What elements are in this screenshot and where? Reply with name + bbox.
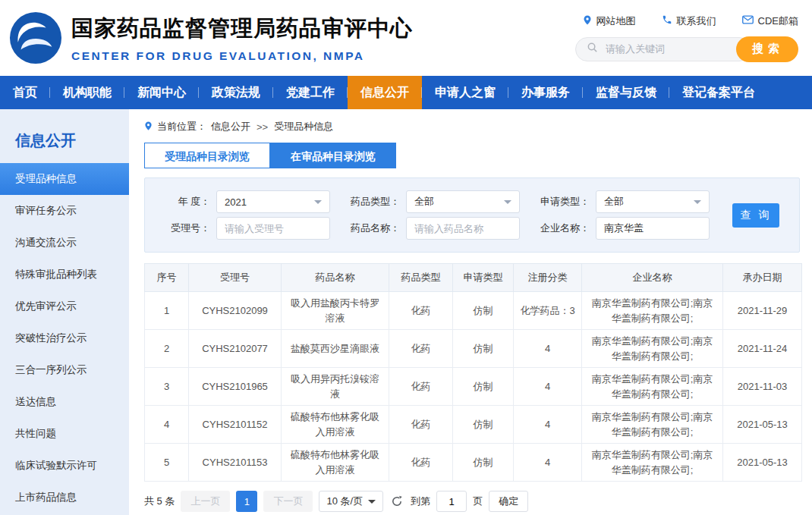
chevron-down-icon <box>694 200 701 208</box>
sidebar-item-three-in-one-sequence[interactable]: 三合一序列公示 <box>0 354 129 386</box>
search-button[interactable]: 搜索 <box>736 36 798 62</box>
cell-register-class: 4 <box>514 444 582 482</box>
header: 国家药品监督管理局药品审评中心 CENTER FOR DRUG EVALUATI… <box>0 0 812 76</box>
nav-item-news[interactable]: 新闻中心 <box>124 76 199 109</box>
sidebar-title: 信息公开 <box>0 123 129 163</box>
cell-accept-no: CYHS2101153 <box>189 444 282 482</box>
cell-drug-name: 盐酸莫西沙星滴眼液 <box>282 330 389 368</box>
company-name-input[interactable] <box>596 217 710 240</box>
goto-page-input[interactable] <box>436 491 467 512</box>
year-filter-group: 年 度： 2021 <box>156 190 330 213</box>
cell-register-class: 4 <box>514 330 582 368</box>
contact-us-link[interactable]: 联系我们 <box>662 14 716 28</box>
sidebar-item-priority-review[interactable]: 优先审评公示 <box>0 290 129 322</box>
goto-label: 到第 <box>411 495 430 508</box>
breadcrumb-section-link[interactable]: 信息公开 <box>211 120 250 133</box>
next-page-button[interactable]: 下一页 <box>263 491 313 512</box>
cell-date: 2021-11-24 <box>723 330 802 368</box>
cell-apply-type: 仿制 <box>453 406 514 444</box>
search-input[interactable] <box>604 42 740 55</box>
cell-company: 南京华盖制药有限公司;南京华盖制药有限公司; <box>582 292 723 330</box>
table-row: 2 CYHS2102077 盐酸莫西沙星滴眼液 化药 仿制 4 南京华盖制药有限… <box>145 330 802 368</box>
sidebar-item-delivery-info[interactable]: 送达信息 <box>0 386 129 418</box>
breadcrumb-separator: >> <box>257 121 268 133</box>
col-apply-type: 申请类型 <box>453 264 514 292</box>
col-accept-no: 受理号 <box>189 264 282 292</box>
sidebar-item-special-approval-list[interactable]: 特殊审批品种列表 <box>0 259 129 290</box>
cell-accept-no: CYHS2102077 <box>189 330 282 368</box>
sidebar-item-breakthrough-therapy[interactable]: 突破性治疗公示 <box>0 322 129 354</box>
sidebar-item-marketed-drug-info[interactable]: 上市药品信息 <box>0 482 129 513</box>
apply-type-filter-group: 申请类型： 全部 <box>535 190 710 213</box>
cell-accept-no: CYHS2101152 <box>189 406 282 444</box>
tab-accepted-catalog[interactable]: 受理品种目录浏览 <box>144 143 270 168</box>
table-row: 1 CYHS2102099 吸入用盐酸丙卡特罗溶液 化药 仿制 化学药品：3 南… <box>145 292 802 330</box>
cell-seq: 3 <box>145 368 189 406</box>
query-button[interactable]: 查 询 <box>732 203 779 228</box>
col-company: 企业名称 <box>582 264 723 292</box>
drug-type-select[interactable]: 全部 <box>406 190 520 213</box>
quick-links: 网站地图 联系我们 CDE邮箱 <box>583 14 798 28</box>
cde-mail-link[interactable]: CDE邮箱 <box>742 14 798 28</box>
chevron-down-icon <box>368 500 376 507</box>
table-row: 5 CYHS2101153 硫酸特布他林雾化吸入用溶液 化药 仿制 4 南京华盖… <box>145 444 802 482</box>
breadcrumb: 当前位置： 信息公开 >> 受理品种信息 <box>144 120 800 133</box>
apply-type-label: 申请类型： <box>535 195 590 209</box>
sidebar-item-common-issues[interactable]: 共性问题 <box>0 418 129 450</box>
cell-drug-name: 硫酸特布他林雾化吸入用溶液 <box>282 406 389 444</box>
nav-item-party-building[interactable]: 党建工作 <box>273 76 348 109</box>
page-size-select[interactable]: 10 条/页 <box>319 491 383 512</box>
nav-item-applicant-window[interactable]: 申请人之窗 <box>422 76 508 109</box>
refresh-icon[interactable] <box>391 495 403 507</box>
sidebar-item-communication[interactable]: 沟通交流公示 <box>0 227 129 259</box>
cell-apply-type: 仿制 <box>453 292 514 330</box>
cell-drug-type: 化药 <box>389 292 453 330</box>
nav-item-home[interactable]: 首页 <box>0 76 50 109</box>
site-map-label: 网站地图 <box>596 14 636 28</box>
chevron-down-icon <box>314 200 322 208</box>
drug-name-input[interactable] <box>406 217 520 240</box>
cell-seq: 2 <box>145 330 189 368</box>
nav-item-supervision-feedback[interactable]: 监督与反馈 <box>583 76 669 109</box>
accept-no-filter-group: 受理号： <box>156 217 330 240</box>
sidebar: 信息公开 受理品种信息 审评任务公示 沟通交流公示 特殊审批品种列表 优先审评公… <box>0 109 129 515</box>
confirm-button[interactable]: 确定 <box>489 491 528 512</box>
accept-no-label: 受理号： <box>156 221 210 235</box>
phone-icon <box>662 14 672 27</box>
site-titles: 国家药品监督管理局药品审评中心 CENTER FOR DRUG EVALUATI… <box>71 14 413 63</box>
total-count: 共 5 条 <box>144 495 175 508</box>
accept-no-input[interactable] <box>216 217 330 240</box>
search-input-wrap <box>575 37 751 61</box>
cell-drug-name: 吸入用盐酸丙卡特罗溶液 <box>282 292 389 330</box>
sidebar-item-clinical-trial-implied-license[interactable]: 临床试验默示许可 <box>0 450 129 482</box>
sidebar-item-review-task[interactable]: 审评任务公示 <box>0 195 129 227</box>
nav-item-services[interactable]: 办事服务 <box>508 76 583 109</box>
site-map-link[interactable]: 网站地图 <box>583 14 636 28</box>
tab-under-review-catalog[interactable]: 在审品种目录浏览 <box>270 143 396 168</box>
tab-bar: 受理品种目录浏览 在审品种目录浏览 <box>144 143 800 168</box>
filter-row-1: 年 度： 2021 药品类型： 全部 申请类 <box>156 190 788 213</box>
cell-company: 南京华盖制药有限公司;南京华盖制药有限公司; <box>582 444 723 482</box>
nav-item-functions[interactable]: 机构职能 <box>50 76 124 109</box>
year-select[interactable]: 2021 <box>216 190 330 213</box>
cell-drug-type: 化药 <box>389 406 453 444</box>
cell-company: 南京华盖制药有限公司;南京华盖制药有限公司; <box>582 330 723 368</box>
nav-item-policies[interactable]: 政策法规 <box>199 76 273 109</box>
breadcrumb-prefix: 当前位置： <box>157 120 206 133</box>
nav-item-info-disclosure[interactable]: 信息公开 <box>348 76 422 109</box>
cell-date: 2021-05-13 <box>723 406 802 444</box>
goto-suffix: 页 <box>473 495 483 508</box>
apply-type-select[interactable]: 全部 <box>596 190 710 213</box>
cde-logo-icon <box>9 11 62 64</box>
cell-seq: 4 <box>145 406 189 444</box>
mail-icon <box>742 15 754 27</box>
header-right: 网站地图 联系我们 CDE邮箱 <box>575 14 803 62</box>
nav-item-registration-platform[interactable]: 登记备案平台 <box>669 76 768 109</box>
cell-company: 南京华盖制药有限公司;南京华盖制药有限公司; <box>582 368 723 406</box>
cell-drug-type: 化药 <box>389 444 453 482</box>
sidebar-item-accepted-variety-info[interactable]: 受理品种信息 <box>0 163 129 195</box>
prev-page-button[interactable]: 上一页 <box>181 491 230 512</box>
cell-apply-type: 仿制 <box>453 444 514 482</box>
cell-register-class: 4 <box>514 368 582 406</box>
page-1-button[interactable]: 1 <box>236 491 257 512</box>
